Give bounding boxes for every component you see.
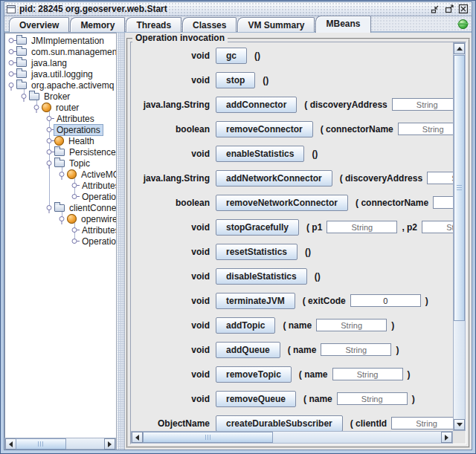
tree-expand-handle-icon[interactable] (57, 169, 67, 180)
tree-expand-handle-icon[interactable] (45, 158, 54, 169)
param-input[interactable] (422, 221, 453, 233)
tab-mbeans[interactable]: MBeans (315, 16, 370, 33)
tree-expand-handle-icon[interactable] (45, 124, 54, 135)
tree-node-label: clientConnec (67, 203, 116, 213)
tree-expand-handle-icon[interactable] (70, 224, 80, 236)
tree-expand-handle-icon[interactable] (7, 68, 16, 80)
tree-node-label: Attributes (80, 181, 116, 191)
param-input[interactable] (391, 417, 453, 429)
operation-params: ( connectorName (321, 123, 453, 135)
param-input[interactable] (321, 343, 391, 356)
operation-invoke-button-removeQueue[interactable]: removeQueue (216, 391, 296, 407)
operation-params: () (263, 75, 268, 85)
tree-node[interactable]: openwire (5, 213, 116, 224)
scrollbar-thumb[interactable] (16, 438, 66, 450)
operation-invoke-button-removeConnector[interactable]: removeConnector (216, 121, 313, 137)
tree-expand-handle-icon[interactable] (19, 91, 29, 102)
operation-invoke-button-removeNetworkConnector[interactable]: removeNetworkConnector (216, 195, 348, 211)
scroll-up-button[interactable] (454, 43, 465, 54)
tree-expand-handle-icon[interactable] (70, 180, 80, 191)
tab-vm-summary[interactable]: VM Summary (237, 17, 315, 32)
operation-invoke-button-addConnector[interactable]: addConnector (216, 97, 297, 113)
param-input[interactable] (427, 172, 453, 184)
tree-expand-handle-icon[interactable] (32, 102, 42, 113)
tree-node[interactable]: router (5, 102, 116, 113)
tab-threads[interactable]: Threads (126, 17, 181, 32)
tree-node[interactable]: Operations (5, 191, 116, 202)
param-input[interactable] (350, 294, 421, 307)
tree-node-label: Health (66, 136, 97, 146)
tree-node[interactable]: Operations (5, 236, 116, 247)
tree-node[interactable]: Attributes (5, 113, 116, 124)
tree-node[interactable]: java.lang (5, 57, 116, 68)
tree-expand-handle-icon[interactable] (7, 57, 16, 68)
tree-expand-handle-icon[interactable] (70, 236, 80, 247)
operations-horizontal-scrollbar[interactable] (131, 431, 453, 444)
operation-row: java.lang.String addNetworkConnector ( d… (132, 170, 453, 186)
tree-expand-handle-icon[interactable] (7, 80, 16, 91)
param-label: () (263, 75, 268, 85)
tree-node[interactable]: PersistenceA (5, 146, 116, 158)
minimize-button[interactable] (429, 4, 441, 15)
operation-invoke-button-resetStatistics[interactable]: resetStatistics (216, 244, 298, 260)
operation-invoke-button-enableStatistics[interactable]: enableStatistics (216, 146, 304, 162)
tree-node[interactable]: clientConnec (5, 202, 116, 213)
tree-node[interactable]: Attributes (5, 180, 116, 191)
tab-memory[interactable]: Memory (70, 17, 125, 32)
tree-node[interactable]: Attributes (5, 224, 116, 236)
tree-horizontal-scrollbar[interactable] (4, 438, 116, 450)
operation-invoke-button-removeTopic[interactable]: removeTopic (216, 366, 292, 383)
scroll-right-button[interactable] (441, 432, 452, 443)
split-pane-divider[interactable] (117, 33, 125, 450)
operation-invoke-button-stopGracefully[interactable]: stopGracefully (216, 219, 299, 236)
tree-node[interactable]: JMImplementation (5, 35, 116, 46)
tree-node[interactable]: Broker (5, 91, 116, 102)
operation-return-type: void (132, 369, 210, 380)
param-label: ( name (283, 320, 312, 331)
param-input[interactable] (398, 123, 453, 135)
scroll-left-button[interactable] (5, 438, 16, 450)
tree-node[interactable]: java.util.logging (5, 68, 116, 80)
tree-node[interactable]: ActiveMQ (5, 169, 116, 180)
operation-invoke-button-addTopic[interactable]: addTopic (216, 317, 275, 334)
param-input[interactable] (433, 196, 453, 209)
scroll-right-button[interactable] (104, 438, 115, 450)
tree-expand-handle-icon[interactable] (45, 202, 54, 213)
scrollbar-thumb[interactable] (143, 432, 273, 443)
operation-invoke-button-stop[interactable]: stop (216, 72, 255, 88)
operation-invoke-button-addNetworkConnector[interactable]: addNetworkConnector (216, 170, 332, 187)
tree-node[interactable]: Topic (5, 158, 116, 169)
tree-expand-handle-icon[interactable] (45, 113, 54, 124)
tree-expand-handle-icon[interactable] (7, 35, 16, 46)
operation-invoke-button-gc[interactable]: gc (216, 48, 247, 64)
close-button[interactable] (457, 4, 469, 15)
operation-invoke-button-addQueue[interactable]: addQueue (216, 342, 280, 358)
scroll-down-button[interactable] (454, 419, 465, 430)
param-input[interactable] (332, 368, 403, 380)
operation-invoke-button-createDurableSubscriber[interactable]: createDurableSubscriber (216, 415, 343, 432)
tree-expand-handle-icon[interactable] (7, 46, 16, 57)
maximize-button[interactable] (443, 4, 455, 15)
param-input[interactable] (327, 221, 397, 233)
tree-node[interactable]: org.apache.activemq (5, 80, 116, 91)
titlebar[interactable]: pid: 28245 org.geoserver.web.Start (4, 2, 472, 16)
tree-expand-handle-icon[interactable] (45, 135, 54, 146)
tree-expand-handle-icon[interactable] (57, 213, 67, 224)
operation-row: void stop () (132, 72, 453, 88)
tree-expand-handle-icon[interactable] (45, 146, 54, 158)
operation-invoke-button-disableStatistics[interactable]: disableStatistics (216, 268, 307, 285)
mbean-icon (67, 169, 77, 179)
tree-node[interactable]: Health (5, 135, 116, 146)
param-input[interactable] (392, 98, 453, 111)
tab-overview[interactable]: Overview (9, 17, 69, 32)
tree-node[interactable]: com.sun.management (5, 46, 116, 57)
operation-invoke-button-terminateJVM[interactable]: terminateJVM (216, 293, 295, 309)
scroll-left-button[interactable] (132, 432, 143, 443)
tree-node[interactable]: Operations (5, 124, 116, 135)
tab-classes[interactable]: Classes (182, 17, 237, 32)
param-input[interactable] (337, 392, 408, 405)
scrollbar-thumb[interactable] (454, 55, 465, 321)
operations-vertical-scrollbar[interactable] (453, 42, 466, 431)
tree-expand-handle-icon[interactable] (70, 191, 80, 202)
param-input[interactable] (316, 319, 387, 331)
